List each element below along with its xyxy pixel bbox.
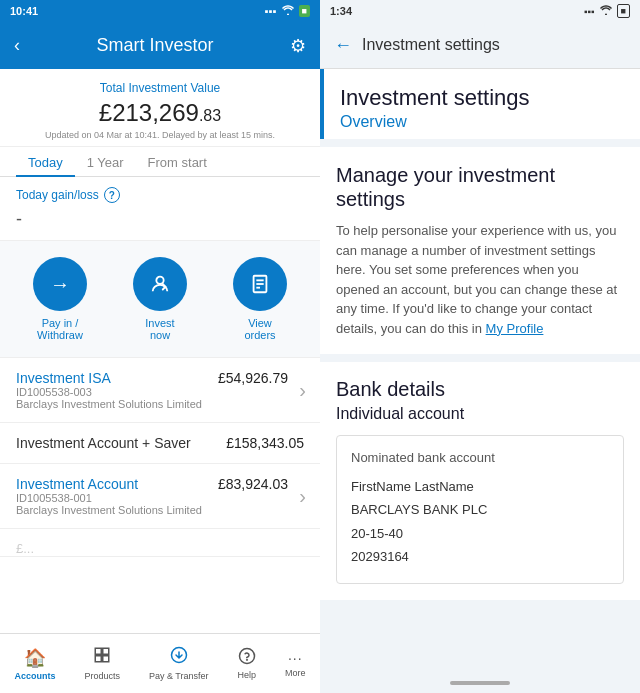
nav-more-label: More bbox=[285, 668, 306, 678]
gain-loss-help-icon[interactable]: ? bbox=[104, 187, 120, 203]
total-investment-section: Total Investment Value £213,269.83 Updat… bbox=[0, 69, 320, 147]
right-content: Investment settings Overview Manage your… bbox=[320, 69, 640, 673]
back-button-left[interactable]: ‹ bbox=[14, 35, 20, 56]
action-pay-in-withdraw[interactable]: → Pay in /Withdraw bbox=[33, 257, 87, 341]
account-value-isa: £54,926.79 bbox=[218, 370, 288, 386]
header-left: ‹ Smart Investor ⚙ bbox=[0, 22, 320, 69]
right-panel: 1:34 ▪▪▪ ■ ← Investment settings Investm… bbox=[320, 0, 640, 693]
action-invest-now[interactable]: Investnow bbox=[133, 257, 187, 341]
time-right: 1:34 bbox=[330, 5, 352, 17]
settings-page-title: Investment settings bbox=[340, 85, 624, 111]
nav-help-label: Help bbox=[237, 670, 256, 680]
settings-overview-subtitle: Overview bbox=[340, 113, 624, 131]
nav-pay-label: Pay & Transfer bbox=[149, 671, 209, 681]
time-left: 10:41 bbox=[10, 5, 38, 17]
updated-text: Updated on 04 Mar at 10:41. Delayed by a… bbox=[10, 130, 310, 140]
account-item-investment[interactable]: Investment Account ID1005538-001 Barclay… bbox=[0, 464, 320, 529]
gain-loss-label: Today gain/loss ? bbox=[16, 187, 304, 203]
account-item-partial: £... bbox=[0, 529, 320, 557]
account-item-isa[interactable]: Investment ISA ID1005538-003 Barclays In… bbox=[0, 358, 320, 423]
header-right: ← Investment settings bbox=[320, 22, 640, 69]
gain-loss-value: - bbox=[16, 203, 304, 234]
settings-header-section: Investment settings Overview bbox=[320, 69, 640, 139]
quick-actions: → Pay in /Withdraw Investnow bbox=[0, 241, 320, 358]
account-provider-isa: Barclays Investment Solutions Limited bbox=[16, 398, 304, 410]
account-item-saver[interactable]: Investment Account + Saver £158,343.05 bbox=[0, 423, 320, 464]
bank-details-heading: Bank details bbox=[336, 378, 624, 401]
status-bar-left: 10:41 ▪▪▪ ■ bbox=[0, 0, 320, 22]
invest-icon bbox=[133, 257, 187, 311]
individual-account-heading: Individual account bbox=[336, 405, 624, 423]
nav-pay-transfer[interactable]: Pay & Transfer bbox=[149, 646, 209, 681]
nominated-bank-card: Nominated bank account FirstName LastNam… bbox=[336, 435, 624, 584]
account-holder-name: FirstName LastName bbox=[351, 475, 609, 498]
left-panel: 10:41 ▪▪▪ ■ ‹ Smart Investor ⚙ Total Inv… bbox=[0, 0, 320, 693]
svg-point-11 bbox=[246, 659, 247, 660]
accounts-icon: 🏠 bbox=[24, 647, 46, 669]
pay-transfer-icon bbox=[170, 646, 188, 669]
svg-point-10 bbox=[239, 649, 254, 664]
wifi-icon bbox=[281, 5, 295, 17]
battery-icon-right: ■ bbox=[617, 4, 630, 18]
nav-accounts-label: Accounts bbox=[14, 671, 55, 681]
tab-1year[interactable]: 1 Year bbox=[75, 147, 136, 176]
accounts-list: Investment ISA ID1005538-003 Barclays In… bbox=[0, 358, 320, 633]
nav-help[interactable]: Help bbox=[237, 647, 256, 680]
description-section: Manage your investment settings To help … bbox=[320, 147, 640, 354]
products-icon bbox=[93, 646, 111, 669]
account-value-investment: £83,924.03 bbox=[218, 476, 288, 492]
svg-rect-7 bbox=[95, 656, 101, 662]
nav-products[interactable]: Products bbox=[84, 646, 120, 681]
home-bar bbox=[450, 681, 510, 685]
battery-icon: ■ bbox=[299, 5, 310, 17]
period-tabs: Today 1 Year From start bbox=[0, 147, 320, 177]
bank-details-section: Bank details Individual account Nominate… bbox=[320, 362, 640, 600]
sort-code: 20-15-40 bbox=[351, 522, 609, 545]
back-button-right[interactable]: ← bbox=[334, 35, 352, 56]
total-investment-value: £213,269.83 bbox=[10, 99, 310, 127]
page-title-right: Investment settings bbox=[362, 36, 500, 54]
bank-name: BARCLAYS BANK PLC bbox=[351, 498, 609, 521]
more-icon: ··· bbox=[288, 650, 303, 666]
manage-heading: Manage your investment settings bbox=[336, 163, 624, 211]
account-id-isa: ID1005538-003 bbox=[16, 386, 304, 398]
account-id-investment: ID1005538-001 bbox=[16, 492, 304, 504]
status-icons-left: ▪▪▪ ■ bbox=[265, 5, 310, 17]
settings-gear-icon[interactable]: ⚙ bbox=[290, 35, 306, 57]
help-icon bbox=[238, 647, 256, 668]
account-provider-investment: Barclays Investment Solutions Limited bbox=[16, 504, 304, 516]
svg-rect-6 bbox=[103, 648, 109, 654]
invest-label: Investnow bbox=[145, 317, 174, 341]
nominated-bank-label: Nominated bank account bbox=[351, 450, 609, 465]
status-icons-right: ▪▪▪ ■ bbox=[584, 4, 630, 18]
bottom-nav: 🏠 Accounts Products Pay & Transfer bbox=[0, 633, 320, 693]
page-title-left: Smart Investor bbox=[96, 35, 213, 56]
account-value-saver: £158,343.05 bbox=[226, 435, 304, 451]
pay-in-icon: → bbox=[33, 257, 87, 311]
action-view-orders[interactable]: Vieworders bbox=[233, 257, 287, 341]
description-body: To help personalise your experience with… bbox=[336, 221, 624, 338]
pay-in-label: Pay in /Withdraw bbox=[37, 317, 83, 341]
svg-rect-8 bbox=[103, 656, 109, 662]
tab-from-start[interactable]: From start bbox=[136, 147, 219, 176]
status-bar-right: 1:34 ▪▪▪ ■ bbox=[320, 0, 640, 22]
tab-today[interactable]: Today bbox=[16, 147, 75, 176]
svg-rect-5 bbox=[95, 648, 101, 654]
orders-label: Vieworders bbox=[244, 317, 275, 341]
nav-accounts[interactable]: 🏠 Accounts bbox=[14, 647, 55, 681]
nav-more[interactable]: ··· More bbox=[285, 650, 306, 678]
signal-icon-right: ▪▪▪ bbox=[584, 6, 595, 17]
total-investment-label: Total Investment Value bbox=[10, 81, 310, 95]
nav-products-label: Products bbox=[84, 671, 120, 681]
my-profile-link[interactable]: My Profile bbox=[486, 321, 544, 336]
gain-loss-section: Today gain/loss ? - bbox=[0, 177, 320, 241]
wifi-icon-right bbox=[599, 5, 613, 17]
account-number: 20293164 bbox=[351, 545, 609, 568]
svg-point-0 bbox=[156, 277, 163, 284]
orders-icon bbox=[233, 257, 287, 311]
home-indicator bbox=[320, 673, 640, 693]
signal-icon: ▪▪▪ bbox=[265, 5, 277, 17]
